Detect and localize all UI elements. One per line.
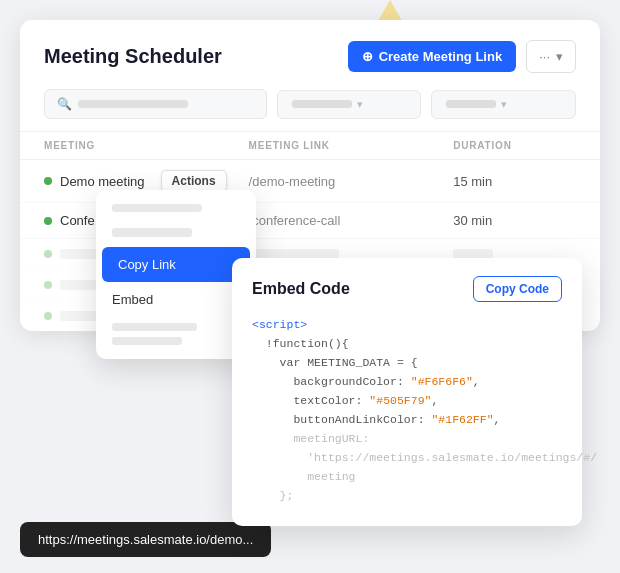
col-link: MEETING LINK — [249, 140, 454, 151]
chevron-down-icon-2: ▾ — [501, 98, 507, 111]
active-dot — [44, 250, 52, 258]
filter2-label-bar — [446, 100, 496, 108]
code-tag: <script> — [252, 318, 307, 331]
url-bar: https://meetings.salesmate.io/demo... — [20, 522, 271, 557]
plus-icon: ⊕ — [362, 49, 373, 64]
code-line-faded: meetingURL: — [252, 432, 369, 445]
code-line: var MEETING_DATA = { — [252, 356, 418, 369]
active-dot — [44, 217, 52, 225]
active-dot — [44, 177, 52, 185]
create-meeting-link-button[interactable]: ⊕ Create Meeting Link — [348, 41, 517, 72]
code-line-faded: }; — [252, 489, 293, 502]
blurred-bar — [112, 337, 182, 345]
meeting-link: /conference-call — [249, 213, 454, 228]
meeting-link: /demo-meeting — [249, 174, 454, 189]
col-meeting: MEETING — [44, 140, 249, 151]
filter-button-2[interactable]: ▾ — [431, 90, 576, 119]
filter-button-1[interactable]: ▾ — [277, 90, 422, 119]
page-title: Meeting Scheduler — [44, 45, 222, 68]
chevron-down-icon: ▾ — [357, 98, 363, 111]
code-line-faded: 'https://meetings.salesmate.io/meetings/… — [252, 451, 597, 464]
embed-header: Embed Code Copy Code — [252, 276, 562, 302]
code-line: textColor: "#505F79", — [252, 394, 438, 407]
copy-link-menu-item[interactable]: Copy Link — [102, 247, 250, 282]
create-btn-label: Create Meeting Link — [379, 49, 503, 64]
copy-code-button[interactable]: Copy Code — [473, 276, 562, 302]
filter-label-bar — [292, 100, 352, 108]
meeting-name-text: Demo meeting — [60, 174, 145, 189]
active-dot — [44, 312, 52, 320]
search-input[interactable]: 🔍 — [44, 89, 267, 119]
embed-title: Embed Code — [252, 280, 350, 298]
blurred-bar — [112, 204, 202, 212]
menu-item-blurred — [96, 218, 256, 247]
header: Meeting Scheduler ⊕ Create Meeting Link … — [20, 20, 600, 89]
blurred-bar — [112, 323, 197, 331]
search-icon: 🔍 — [57, 97, 72, 111]
dropdown-label: ··· — [539, 49, 550, 64]
actions-badge[interactable]: Actions — [161, 170, 227, 192]
active-dot — [44, 281, 52, 289]
code-line: buttonAndLinkColor: "#1F62FF", — [252, 413, 500, 426]
embed-panel: Embed Code Copy Code <script> !function(… — [232, 258, 582, 526]
code-line: backgroundColor: "#F6F6F6", — [252, 375, 480, 388]
header-actions: ⊕ Create Meeting Link ··· ▾ — [348, 40, 576, 73]
chevron-down-icon: ▾ — [556, 49, 563, 64]
meeting-duration: 15 min — [453, 174, 576, 189]
search-bar-row: 🔍 ▾ ▾ — [44, 89, 576, 119]
embed-code-block: <script> !function(){ var MEETING_DATA =… — [252, 316, 562, 506]
menu-blurred-top — [96, 198, 256, 218]
col-duration: DURATION — [453, 140, 576, 151]
blurred-bar — [112, 228, 192, 237]
meeting-name: Demo meeting Actions — [44, 170, 249, 192]
meeting-duration: 30 min — [453, 213, 576, 228]
search-placeholder-bar — [78, 100, 188, 108]
code-line: !function(){ — [252, 337, 349, 350]
code-line-faded: meeting — [252, 470, 356, 483]
dropdown-button[interactable]: ··· ▾ — [526, 40, 576, 73]
table-header: MEETING MEETING LINK DURATION — [20, 131, 600, 160]
